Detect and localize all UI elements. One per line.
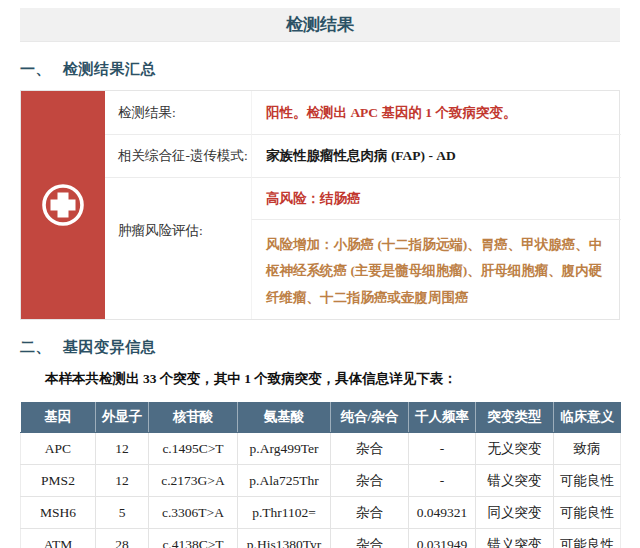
risk-high-value: 高风险：结肠癌 [251, 177, 621, 219]
table-row: PMS2 12 c.2173G>A p.Ala725Thr 杂合 - 错义突变 … [21, 465, 621, 497]
cell-frequency: - [409, 465, 476, 497]
section-heading-variants: 二、基因变异信息 [20, 336, 620, 358]
section-title: 检测结果汇总 [63, 61, 156, 77]
col-header-frequency: 千人频率 [409, 402, 476, 433]
risk-increased-value: 风险增加：小肠癌 (十二指肠远端)、胃癌、甲状腺癌、中枢神经系统癌 (主要是髓母… [251, 219, 621, 319]
page-title: 检测结果 [20, 8, 620, 42]
result-label: 检测结果: [105, 91, 251, 134]
variants-intro-text: 本样本共检测出 33 个突变，其中 1 个致病突变，具体信息详见下表： [20, 369, 620, 389]
cell-exon: 12 [96, 433, 149, 465]
section-title: 基因变异信息 [63, 339, 156, 355]
cell-frequency: - [409, 433, 476, 465]
cell-exon: 12 [96, 465, 149, 497]
cell-gene: APC [21, 433, 96, 465]
cell-nucleotide: c.3306T>A [149, 497, 238, 529]
col-header-gene: 基因 [21, 402, 96, 433]
cell-gene: MSH6 [21, 497, 96, 529]
report-page: 检测结果 一、检测结果汇总 检测结果: 阳性。检测出 APC 基因的 1 个致病… [20, 8, 620, 548]
col-header-nucleotide: 核苷酸 [149, 402, 238, 433]
cell-clinical-significance: 可能良性 [554, 497, 621, 529]
col-header-clinical-significance: 临床意义 [554, 402, 621, 433]
risk-label: 肿瘤风险评估: [105, 177, 251, 319]
cell-mutation-type: 错义突变 [476, 529, 554, 548]
cell-aminoacid: p.Ala725Thr [238, 465, 331, 497]
cell-clinical-significance: 可能良性 [554, 465, 621, 497]
cell-frequency: 0.049321 [409, 497, 476, 529]
cell-exon: 28 [96, 529, 149, 548]
medical-cross-icon [40, 182, 86, 228]
cell-aminoacid: p.Thr1102= [238, 497, 331, 529]
col-header-exon: 外显子 [96, 402, 149, 433]
section-number: 一、 [20, 61, 51, 77]
cell-gene: PMS2 [21, 465, 96, 497]
section-number: 二、 [20, 339, 51, 355]
cell-gene: ATM [21, 529, 96, 548]
table-header-row: 基因 外显子 核苷酸 氨基酸 纯合/杂合 千人频率 突变类型 临床意义 [21, 402, 621, 433]
cell-zygosity: 杂合 [331, 529, 409, 548]
variant-table: 基因 外显子 核苷酸 氨基酸 纯合/杂合 千人频率 突变类型 临床意义 APC … [20, 402, 621, 548]
cell-mutation-type: 错义突变 [476, 465, 554, 497]
cell-nucleotide: c.1495C>T [149, 433, 238, 465]
syndrome-label: 相关综合征-遗传模式: [105, 134, 251, 177]
cell-zygosity: 杂合 [331, 497, 409, 529]
cell-clinical-significance: 致病 [554, 433, 621, 465]
cell-aminoacid: p.His1380Tyr [238, 529, 331, 548]
table-row: APC 12 c.1495C>T p.Arg499Ter 杂合 - 无义突变 致… [21, 433, 621, 465]
cell-nucleotide: c.4138C>T [149, 529, 238, 548]
cell-aminoacid: p.Arg499Ter [238, 433, 331, 465]
summary-table: 检测结果: 阳性。检测出 APC 基因的 1 个致病突变。 相关综合征-遗传模式… [20, 90, 620, 320]
col-header-mutation-type: 突变类型 [476, 402, 554, 433]
cell-frequency: 0.031949 [409, 529, 476, 548]
section-heading-summary: 一、检测结果汇总 [20, 58, 620, 80]
table-row: ATM 28 c.4138C>T p.His1380Tyr 杂合 0.03194… [21, 529, 621, 548]
result-value: 阳性。检测出 APC 基因的 1 个致病突变。 [251, 91, 621, 134]
cell-clinical-significance: 可能良性 [554, 529, 621, 548]
cell-zygosity: 杂合 [331, 433, 409, 465]
cell-mutation-type: 同义突变 [476, 497, 554, 529]
table-row: MSH6 5 c.3306T>A p.Thr1102= 杂合 0.049321 … [21, 497, 621, 529]
cell-mutation-type: 无义突变 [476, 433, 554, 465]
col-header-aminoacid: 氨基酸 [238, 402, 331, 433]
syndrome-value: 家族性腺瘤性息肉病 (FAP) - AD [251, 134, 621, 177]
cell-nucleotide: c.2173G>A [149, 465, 238, 497]
alert-cell [21, 91, 105, 319]
cell-exon: 5 [96, 497, 149, 529]
col-header-zygosity: 纯合/杂合 [331, 402, 409, 433]
cell-zygosity: 杂合 [331, 465, 409, 497]
